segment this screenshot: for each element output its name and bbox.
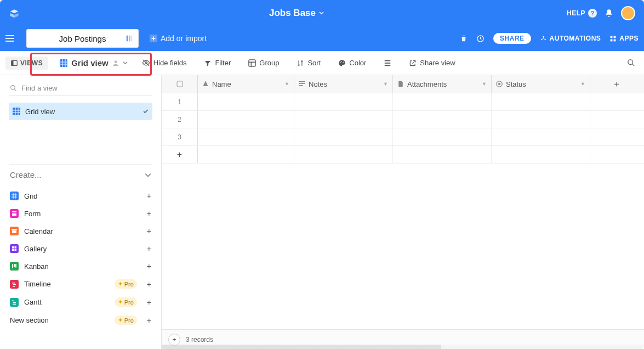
svg-rect-40: [13, 284, 16, 285]
cell[interactable]: [492, 111, 590, 128]
svg-rect-1: [129, 36, 130, 42]
color-button[interactable]: Color: [335, 57, 369, 69]
cell[interactable]: [198, 93, 294, 110]
plus-icon: +: [147, 298, 151, 307]
search-icon: [10, 85, 17, 92]
svg-point-24: [628, 60, 633, 65]
create-view-form[interactable]: Form +: [9, 205, 152, 222]
table-name-input[interactable]: [32, 34, 133, 43]
views-toggle-button[interactable]: VIEWS: [5, 57, 48, 70]
create-option-label: Gantt: [24, 298, 42, 306]
share-button[interactable]: SHARE: [493, 33, 531, 44]
create-view-gantt[interactable]: Gantt ✦Pro +: [9, 293, 152, 311]
cell[interactable]: [393, 128, 492, 145]
create-option-label: Calendar: [24, 227, 53, 235]
svg-rect-46: [299, 81, 305, 82]
find-view-input[interactable]: Find a view: [9, 81, 152, 96]
add-record-circle-button[interactable]: +: [168, 334, 180, 346]
svg-rect-37: [14, 264, 15, 267]
table-row[interactable]: 1: [162, 93, 644, 111]
find-view-placeholder: Find a view: [21, 84, 58, 92]
hide-fields-button[interactable]: Hide fields: [139, 57, 190, 69]
column-header-name[interactable]: Name ▼: [198, 75, 294, 93]
table-row[interactable]: 3: [162, 128, 644, 146]
history-icon[interactable]: [476, 35, 485, 43]
cell[interactable]: [198, 111, 294, 128]
share-view-button[interactable]: Share view: [406, 57, 458, 69]
column-header-attachments[interactable]: Attachments ▼: [393, 75, 492, 93]
column-header-status[interactable]: Status ▼: [492, 75, 590, 93]
column-label: Attachments: [407, 80, 447, 88]
current-view-picker[interactable]: Grid view: [59, 58, 128, 67]
chevron-down-icon: [145, 172, 151, 178]
row-height-button[interactable]: [380, 57, 395, 69]
cell[interactable]: [294, 111, 393, 128]
pro-badge: ✦Pro: [115, 316, 137, 325]
cell[interactable]: [492, 128, 590, 145]
cell[interactable]: [393, 111, 492, 128]
view-item-grid[interactable]: Grid view: [9, 103, 152, 120]
create-view-kanban[interactable]: Kanban +: [9, 257, 152, 275]
add-row-button[interactable]: +: [162, 146, 644, 164]
row-number: 2: [162, 111, 198, 128]
column-label: Status: [506, 80, 526, 88]
cell[interactable]: [492, 93, 590, 110]
create-option-label: Kanban: [24, 262, 49, 271]
table-row[interactable]: 2: [162, 111, 644, 128]
create-view-calendar[interactable]: Calendar +: [9, 222, 152, 240]
create-new-section[interactable]: New section ✦Pro +: [9, 311, 152, 329]
user-avatar[interactable]: [621, 6, 635, 20]
plus-icon: +: [147, 209, 151, 218]
apps-button[interactable]: APPS: [609, 35, 639, 42]
table-tabs-bar: Add or import SHARE AUTOMATIONS APPS: [0, 26, 644, 51]
people-icon: [112, 59, 119, 67]
timeline-view-icon: [10, 280, 19, 289]
sort-icon: [297, 59, 304, 67]
chevron-down-icon: ▼: [482, 81, 487, 87]
grid-view-icon: [59, 59, 68, 67]
svg-rect-34: [12, 249, 14, 251]
create-view-timeline[interactable]: Timeline ✦Pro +: [9, 275, 152, 293]
chevron-down-icon: ▼: [284, 81, 289, 87]
sort-button[interactable]: Sort: [293, 57, 324, 69]
create-section-header[interactable]: Create...: [9, 164, 152, 185]
horizontal-scrollbar[interactable]: [162, 345, 644, 349]
sidebar-icon: [11, 60, 18, 66]
view-toolbar: VIEWS Grid view Hide fields Filter Group…: [0, 51, 644, 75]
search-icon[interactable]: [627, 59, 635, 67]
notifications-icon[interactable]: [605, 9, 613, 18]
select-all-checkbox[interactable]: [162, 75, 198, 93]
cell[interactable]: [393, 93, 492, 110]
group-button[interactable]: Group: [245, 57, 282, 69]
cell[interactable]: [294, 93, 393, 110]
create-option-label: Gallery: [24, 245, 47, 253]
hamburger-menu-icon[interactable]: [5, 35, 18, 42]
svg-point-19: [341, 61, 343, 62]
column-label: Name: [212, 80, 231, 88]
add-column-button[interactable]: ＋: [590, 75, 643, 93]
help-button[interactable]: HELP ?: [567, 9, 597, 18]
create-view-gallery[interactable]: Gallery +: [9, 240, 152, 257]
trash-icon[interactable]: [460, 35, 468, 42]
cell[interactable]: [198, 128, 294, 145]
plus-icon: +: [162, 146, 198, 163]
base-title-dropdown[interactable]: Jobs Base: [269, 8, 324, 19]
long-text-icon: [299, 81, 305, 87]
cell[interactable]: [294, 128, 393, 145]
column-header-notes[interactable]: Notes ▼: [294, 75, 393, 93]
svg-rect-39: [12, 283, 15, 284]
airtable-logo-icon[interactable]: [9, 8, 20, 19]
create-view-grid[interactable]: Grid +: [9, 187, 152, 205]
svg-rect-43: [13, 302, 16, 303]
svg-rect-32: [12, 246, 14, 249]
apps-label: APPS: [619, 35, 639, 42]
filter-button[interactable]: Filter: [201, 57, 234, 69]
table-tab-editing[interactable]: [26, 29, 139, 48]
automations-button[interactable]: AUTOMATIONS: [540, 35, 601, 42]
help-label: HELP: [567, 9, 585, 17]
sparkle-icon: [126, 35, 133, 42]
gantt-view-icon: [10, 298, 19, 307]
single-select-icon: [496, 81, 503, 87]
add-or-import-button[interactable]: Add or import: [150, 34, 207, 43]
group-icon: [248, 59, 256, 67]
